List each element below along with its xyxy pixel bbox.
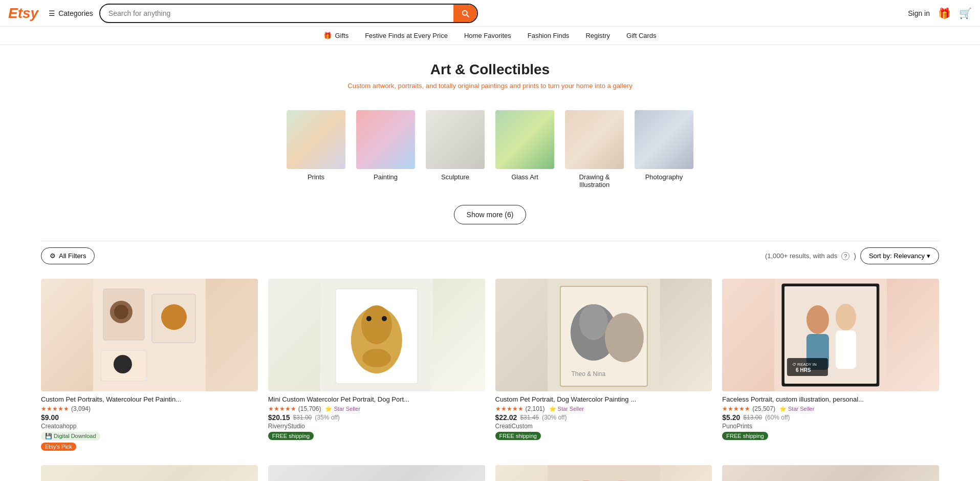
svg-point-14 xyxy=(362,349,391,367)
categories-button[interactable]: ☰ Categories xyxy=(49,9,93,17)
subnav-fashion[interactable]: Fashion Finds xyxy=(528,32,570,39)
category-drawing[interactable]: Drawing & Illustration xyxy=(564,110,625,189)
product-card[interactable]: ⏱ READY IN 6 HRS Faceless Portrait, cust… xyxy=(722,279,939,455)
search-bar xyxy=(99,4,478,23)
show-more-button[interactable]: Show more (6) xyxy=(454,205,527,224)
product-card-bottom[interactable] xyxy=(268,465,485,481)
product-info: Custom Pet Portraits, Watercolour Pet Pa… xyxy=(41,391,258,455)
cart-button[interactable]: 🛒 xyxy=(959,7,972,19)
sort-button[interactable]: Sort by: Relevancy ▾ xyxy=(860,247,939,264)
svg-point-11 xyxy=(361,305,392,344)
search-button[interactable] xyxy=(453,5,477,22)
svg-point-5 xyxy=(161,304,187,330)
product-title: Faceless Portrait, custom illustration, … xyxy=(722,395,939,403)
category-photography[interactable]: Photography xyxy=(634,110,695,189)
badge-row-2: Etsy's Pick xyxy=(41,443,258,451)
review-count: (3,094) xyxy=(71,405,91,412)
product-thumbnail xyxy=(268,279,485,391)
subnav-giftcards[interactable]: Gift Cards xyxy=(626,32,657,39)
gift-button[interactable]: 🎁 xyxy=(938,7,951,19)
svg-point-18 xyxy=(579,304,607,340)
star-seller-badge: ⭐ Star Seller xyxy=(549,406,584,412)
subnav-festive[interactable]: Festive Finds at Every Price xyxy=(365,32,448,39)
subnav-gifts[interactable]: 🎁 Gifts xyxy=(323,32,349,39)
subnav-registry[interactable]: Registry xyxy=(585,32,610,39)
product-card-bottom[interactable] xyxy=(41,465,258,481)
header-actions: Sign in 🎁 🛒 xyxy=(908,7,972,19)
category-sculpture[interactable]: Sculpture xyxy=(425,110,486,189)
product-image: ⏱ READY IN 6 HRS xyxy=(722,279,939,391)
category-sculpture-image xyxy=(426,110,485,169)
price-discount: (35% off) xyxy=(315,414,339,421)
badge-row: FREE shipping xyxy=(722,432,939,440)
subnav-home[interactable]: Home Favorites xyxy=(464,32,511,39)
category-photography-image xyxy=(635,110,693,169)
category-glass-art-image xyxy=(495,110,554,169)
badge-row: FREE shipping xyxy=(268,432,485,440)
star-seller-badge: ⭐ Star Seller xyxy=(779,406,814,412)
product-title: Custom Pet Portrait, Dog Watercolor Pain… xyxy=(495,395,712,403)
free-shipping-badge: FREE shipping xyxy=(495,432,541,440)
product-thumbnail-bottom: Portrait xyxy=(495,465,712,481)
svg-rect-31 xyxy=(547,465,660,481)
etsys-pick-badge: Etsy's Pick xyxy=(41,443,76,451)
product-card-bottom[interactable] xyxy=(722,465,939,481)
cart-icon: 🛒 xyxy=(959,8,972,19)
price-discount: (60% off) xyxy=(765,414,790,421)
price-row: $20.15 $31.00 (35% off) xyxy=(268,413,485,422)
gift-icon: 🎁 xyxy=(938,8,951,19)
hamburger-icon: ☰ xyxy=(49,9,55,17)
product-card-bottom[interactable]: Portrait xyxy=(495,465,712,481)
svg-point-13 xyxy=(382,316,387,321)
product-card[interactable]: Mini Custom Watercolor Pet Portrait, Dog… xyxy=(268,279,485,455)
product-image xyxy=(268,279,485,391)
results-closing-paren: ) xyxy=(854,252,856,260)
badge-row: FREE shipping xyxy=(495,432,712,440)
star-seller-badge: ⭐ Star Seller xyxy=(325,406,360,412)
page-title: Art & Collectibles xyxy=(41,61,939,78)
product-card[interactable]: Theo & Nina Custom Pet Portrait, Dog Wat… xyxy=(495,279,712,455)
categories-label: Categories xyxy=(58,9,93,17)
category-glass-art[interactable]: Glass Art xyxy=(494,110,556,189)
svg-point-19 xyxy=(604,313,643,362)
digital-download-badge: 💾 Digital Download xyxy=(41,432,100,441)
rating-row: ★★★★★ (25,507) ⭐ Star Seller xyxy=(722,405,939,412)
rating-row: ★★★★★ (3,094) xyxy=(41,405,258,412)
subtitle-after: original paintings and prints to turn yo… xyxy=(456,82,633,90)
category-painting[interactable]: Painting xyxy=(355,110,417,189)
svg-text:⏱ READY IN: ⏱ READY IN xyxy=(792,362,817,367)
category-glass-art-label: Glass Art xyxy=(511,173,538,181)
price-discount: (30% off) xyxy=(542,414,567,421)
sort-label: Sort by: Relevancy xyxy=(869,252,925,260)
etsy-logo[interactable]: Etsy xyxy=(8,5,38,22)
price-current: $9.00 xyxy=(41,413,59,422)
price-original: $31.45 xyxy=(520,414,539,421)
product-thumbnail: ⏱ READY IN 6 HRS xyxy=(722,279,939,391)
svg-text:6 HRS: 6 HRS xyxy=(796,367,811,373)
product-title: Mini Custom Watercolor Pet Portrait, Dog… xyxy=(268,395,485,403)
results-count: (1,000+ results, with ads xyxy=(765,252,837,260)
product-image xyxy=(41,279,258,391)
sign-in-button[interactable]: Sign in xyxy=(908,9,930,17)
ads-info-icon[interactable]: ? xyxy=(841,252,850,260)
price-original: $31.00 xyxy=(293,414,312,421)
main-content: Art & Collectibles Custom artwork, portr… xyxy=(0,45,980,481)
search-input[interactable] xyxy=(100,5,453,22)
results-sort-row: (1,000+ results, with ads ? ) Sort by: R… xyxy=(765,247,939,264)
subnav-registry-label: Registry xyxy=(585,32,610,39)
category-prints[interactable]: Prints xyxy=(286,110,347,189)
shop-name: CreatiCustom xyxy=(495,423,712,430)
all-filters-button[interactable]: ⚙ All Filters xyxy=(41,247,95,264)
product-card[interactable]: Custom Pet Portraits, Watercolour Pet Pa… xyxy=(41,279,258,455)
svg-point-3 xyxy=(114,305,128,319)
chevron-down-icon: ▾ xyxy=(927,252,930,260)
svg-text:Theo & Nina: Theo & Nina xyxy=(571,370,605,378)
price-original: $13.00 xyxy=(743,414,762,421)
page-subtitle: Custom artwork, portraits, and totally o… xyxy=(41,82,939,90)
stars: ★★★★★ xyxy=(722,405,750,412)
product-image-bottom xyxy=(41,465,258,481)
product-image: Theo & Nina xyxy=(495,279,712,391)
svg-rect-27 xyxy=(836,330,856,369)
price-current: $20.15 xyxy=(268,413,290,422)
category-sculpture-label: Sculpture xyxy=(441,173,469,181)
